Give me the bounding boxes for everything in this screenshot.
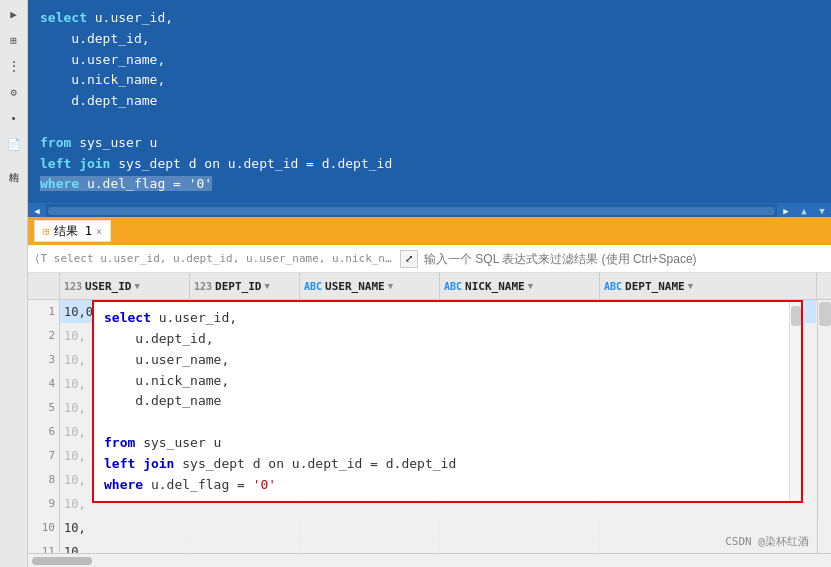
sql-popup: select u.user_id, u.dept_id, u.user_name… [92, 300, 803, 503]
popup-line-3: u.user_name, [104, 350, 791, 371]
col-sort-dept-name[interactable]: ▼ [688, 281, 693, 291]
row-num-2: 2 [28, 324, 59, 348]
row-num-col-header [28, 273, 60, 299]
col-header-user-id[interactable]: 123 USER_ID ▼ [60, 273, 190, 299]
sidebar-label-schema[interactable]: 结构 [7, 160, 21, 168]
right-scrollbar[interactable] [817, 300, 831, 553]
popup-line-4: u.nick_name, [104, 371, 791, 392]
col-sort-nick-name[interactable]: ▼ [528, 281, 533, 291]
col-type-user-id: 123 [64, 281, 82, 292]
cell-10-dept-id [190, 516, 300, 539]
table-row[interactable]: 10, [60, 540, 817, 553]
row-num-3: 3 [28, 348, 59, 372]
col-sort-user-id[interactable]: ▼ [134, 281, 139, 291]
cog-icon[interactable]: ⚙ [4, 82, 24, 102]
table-icon[interactable]: ⊞ [4, 30, 24, 50]
left-sidebar: ▶ ⊞ ⋮ ⚙ • 📄 结构 [0, 0, 28, 567]
scrollbar-spacer [817, 273, 831, 299]
editor-scrollbar-track [48, 207, 775, 215]
col-type-dept-name: ABC [604, 281, 622, 292]
scroll-down-arrow[interactable]: ▼ [813, 204, 831, 218]
row-num-6: 6 [28, 420, 59, 444]
dot-icon: • [4, 108, 24, 128]
table-row[interactable]: 10, [60, 516, 817, 540]
scroll-up-arrow[interactable]: ▲ [795, 204, 813, 218]
popup-scrollbar[interactable] [789, 302, 801, 501]
sql-code: select u.user_id, u.dept_id, u.user_name… [40, 8, 819, 195]
row-num-5: 5 [28, 396, 59, 420]
col-header-nick-name[interactable]: ABC NICK_NAME ▼ [440, 273, 600, 299]
data-rows: 10,000,183 0 username_blurred ABC NICK N… [60, 300, 817, 553]
col-sort-user-name[interactable]: ▼ [388, 281, 393, 291]
filter-sql-preview: ⟨T select u.user_id, u.dept_id, u.user_n… [34, 252, 394, 265]
data-area: 1 2 3 4 5 6 7 8 9 10 11 10,000,183 0 use… [28, 300, 831, 567]
popup-line-7: from sys_user u [104, 433, 791, 454]
cell-10-user-name [300, 516, 440, 539]
bottom-scrollbar[interactable] [28, 553, 831, 567]
popup-line-8: left join sys_dept d on u.dept_id = d.de… [104, 454, 791, 475]
editor-scrollbar[interactable]: ◀ ▶ ▲ ▼ [28, 203, 831, 217]
col-name-dept-name: DEPT_NAME [625, 280, 685, 293]
col-type-nick-name: ABC [444, 281, 462, 292]
results-tab-1[interactable]: ⊞ 结果 1 × [34, 220, 111, 242]
col-name-nick-name: NICK_NAME [465, 280, 525, 293]
cell-11-user-id: 10, [60, 540, 190, 553]
row-num-7: 7 [28, 444, 59, 468]
main-content: select u.user_id, u.dept_id, u.user_name… [28, 0, 831, 567]
popup-line-6 [104, 412, 791, 433]
filter-expand-button[interactable]: ⤢ [400, 250, 418, 268]
col-name-dept-id: DEPT_ID [215, 280, 261, 293]
col-header-dept-id[interactable]: 123 DEPT_ID ▼ [190, 273, 300, 299]
col-header-user-name[interactable]: ABC USER_NAME ▼ [300, 273, 440, 299]
cell-10-nick-name [440, 516, 600, 539]
row-num-4: 4 [28, 372, 59, 396]
grid-icon[interactable]: ⋮ [4, 56, 24, 76]
results-tab-close[interactable]: × [96, 226, 102, 237]
filter-input[interactable] [424, 252, 825, 266]
col-header-dept-name[interactable]: ABC DEPT_NAME ▼ [600, 273, 817, 299]
col-name-user-name: USER_NAME [325, 280, 385, 293]
popup-line-1: select u.user_id, [104, 308, 791, 329]
cell-11-nick-name [440, 540, 600, 553]
sql-editor[interactable]: select u.user_id, u.dept_id, u.user_name… [28, 0, 831, 203]
popup-scrollbar-thumb [791, 306, 801, 326]
col-type-dept-id: 123 [194, 281, 212, 292]
popup-line-2: u.dept_id, [104, 329, 791, 350]
popup-line-9: where u.del_flag = '0' [104, 475, 791, 496]
right-scrollbar-thumb [819, 302, 831, 326]
scroll-right-arrow[interactable]: ▶ [777, 204, 795, 218]
col-name-user-id: USER_ID [85, 280, 131, 293]
results-tab-icon: ⊞ [43, 225, 50, 238]
row-num-10: 10 [28, 516, 59, 540]
arrow-right-icon[interactable]: ▶ [4, 4, 24, 24]
row-num-8: 8 [28, 468, 59, 492]
cell-10-user-id: 10, [60, 516, 190, 539]
cell-11-dept-id [190, 540, 300, 553]
results-tab-label: 结果 1 [54, 223, 92, 240]
data-rows-container: 1 2 3 4 5 6 7 8 9 10 11 10,000,183 0 use… [28, 300, 831, 553]
bottom-scrollbar-thumb [32, 557, 92, 565]
cell-11-user-name [300, 540, 440, 553]
scroll-left-arrow[interactable]: ◀ [28, 204, 46, 218]
watermark: CSDN @染杯红酒 [725, 534, 809, 549]
col-type-user-name: ABC [304, 281, 322, 292]
results-tab-bar: ⊞ 结果 1 × [28, 217, 831, 245]
row-numbers: 1 2 3 4 5 6 7 8 9 10 11 [28, 300, 60, 553]
column-header-row: 123 USER_ID ▼ 123 DEPT_ID ▼ ABC USER_NAM… [28, 273, 831, 300]
row-num-11: 11 [28, 540, 59, 553]
row-num-1: 1 [28, 300, 59, 324]
file-icon[interactable]: 📄 [4, 134, 24, 154]
col-sort-dept-id[interactable]: ▼ [264, 281, 269, 291]
filter-bar: ⟨T select u.user_id, u.dept_id, u.user_n… [28, 245, 831, 273]
row-num-9: 9 [28, 492, 59, 516]
popup-line-5: d.dept_name [104, 391, 791, 412]
